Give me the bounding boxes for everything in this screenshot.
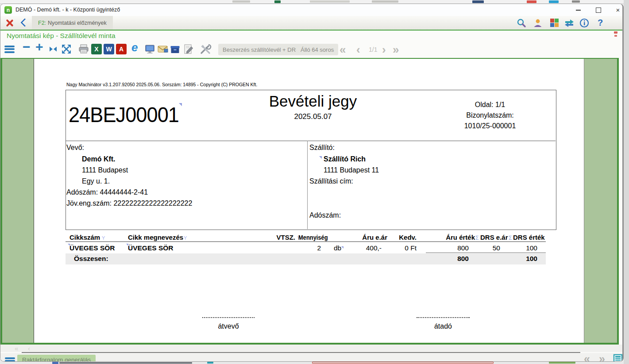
row-value: 800	[437, 244, 469, 252]
row-name[interactable]: ÜVEGES SÖR	[128, 244, 174, 252]
supplier-tax-label: Adószám:	[309, 211, 341, 219]
buyer-excise-number: Jöv.eng.szám: 22222222222222222222	[66, 199, 192, 207]
col-header-value[interactable]: Áru érték	[440, 234, 475, 241]
document-page: Nagy Machinátor v3.1.207.92050 2025.05.0…	[34, 59, 584, 343]
doc-title: Bevételi jegy	[198, 92, 428, 110]
bottom-menu-button[interactable]	[5, 354, 15, 362]
background-window-fragment	[572, 0, 580, 3]
export-word-button[interactable]: W	[104, 42, 114, 56]
edit-page-icon	[183, 44, 194, 54]
col-header-discount[interactable]: Kedv.	[394, 234, 417, 241]
supplier-name[interactable]: Szállító Rich	[324, 155, 366, 163]
zoom-out-button[interactable]: −	[23, 40, 31, 54]
internet-explorer-icon: e	[131, 41, 138, 54]
field-marker-icon	[319, 156, 322, 159]
title-bar[interactable]: n DEMÓ - Demó kft. - k - Központi ügyint…	[0, 4, 622, 16]
document-list-icon	[613, 354, 623, 362]
minus-icon: −	[23, 39, 31, 54]
edit-button[interactable]	[183, 42, 194, 56]
sum-icon[interactable]: Σ	[475, 235, 479, 241]
bottom-prev-button[interactable]: «	[584, 353, 590, 362]
col-header-drs-value[interactable]: DRS érték	[513, 234, 542, 241]
document-list-button[interactable]	[613, 354, 623, 362]
preview-toolbar: − + X W A e	[0, 41, 622, 58]
menu-icon	[4, 44, 15, 54]
buyer-tax-number: Adószám: 44444444-2-41	[66, 188, 148, 196]
supplier-zip-city: 1111 Budapest 11	[324, 166, 379, 174]
user-button[interactable]	[531, 17, 544, 28]
next-page-button[interactable]: ›	[382, 43, 386, 57]
help-button[interactable]: ?	[594, 17, 607, 28]
filter-icon[interactable]: Y	[102, 235, 105, 241]
help-icon: ?	[598, 18, 603, 28]
modules-grid-icon	[550, 18, 559, 27]
archive-button[interactable]	[170, 42, 181, 56]
print-button[interactable]	[78, 42, 89, 56]
bottom-bar: Raktárforgalom generálás « »	[0, 353, 622, 362]
pdf-icon: A	[116, 44, 127, 54]
modules-button[interactable]	[548, 17, 561, 28]
doc-receipt-no-label: Bizonylatszám:	[428, 111, 552, 119]
doc-date: 2025.05.07	[198, 112, 428, 121]
email-button[interactable]	[157, 42, 169, 56]
preview-substrip: « ‹	[0, 345, 622, 352]
buyer-label: Vevő:	[66, 144, 84, 152]
doc-number[interactable]: 24BEJ00001	[69, 102, 179, 127]
filter-icon[interactable]: Y	[184, 235, 187, 241]
col-header-vtsz[interactable]: VTSZ.	[264, 234, 295, 241]
layout-button[interactable]: Álló 64 soros	[296, 44, 338, 55]
divider	[0, 30, 622, 31]
field-marker-icon	[179, 103, 182, 106]
app-logo-icon: n	[4, 6, 12, 14]
background-window-fragment	[59, 362, 192, 364]
col-header-sku[interactable]: Cikkszám	[69, 234, 100, 241]
monitor-icon	[144, 44, 155, 54]
f2-history-tab[interactable]: F2: Nyomtatási előzmények	[32, 16, 113, 30]
col-header-unit-price[interactable]: Áru e.ár	[355, 234, 387, 241]
info-button[interactable]	[578, 17, 591, 28]
browser-preview-button[interactable]: e	[131, 41, 138, 54]
export-excel-button[interactable]: X	[91, 42, 102, 56]
back-icon[interactable]	[20, 18, 29, 27]
desktop-strip	[624, 0, 629, 364]
fit-width-button[interactable]	[48, 42, 58, 56]
f2-tab-label: Nyomtatási előzmények	[48, 20, 107, 26]
fit-page-button[interactable]	[62, 42, 71, 56]
transfer-button[interactable]	[563, 17, 576, 28]
print-preview-panel[interactable]: Nagy Machinátor v3.1.207.92050 2025.05.0…	[0, 58, 619, 345]
signature-line-giver	[417, 317, 470, 318]
generate-warehouse-button[interactable]: Raktárforgalom generálás	[17, 355, 96, 362]
disabled-first-icon: «	[15, 345, 18, 352]
background-window-fragment	[232, 0, 250, 3]
zoom-in-button[interactable]: +	[35, 40, 43, 54]
total-label: Összesen:	[74, 255, 108, 263]
document-type-button[interactable]: Beszerzés szállítólevél + DRS	[218, 44, 304, 55]
background-window-fragment	[52, 362, 58, 364]
col-header-drs-unit[interactable]: DRS e.ár	[480, 234, 506, 241]
sum-icon[interactable]: Σ	[509, 235, 512, 241]
display-button[interactable]	[144, 42, 155, 56]
settings-button[interactable]	[199, 42, 212, 56]
f2-key-label: F2:	[38, 20, 46, 26]
doc-header-divider	[66, 141, 556, 141]
col-header-name[interactable]: Cikk megnevezés	[128, 234, 183, 241]
printer-icon	[78, 44, 89, 54]
col-header-qty[interactable]: Mennyiség	[298, 234, 328, 241]
background-window-fragment	[207, 362, 213, 364]
word-icon: W	[104, 44, 114, 54]
doc-receipt-no: 1010/25-000001	[428, 122, 552, 130]
bottom-next-button[interactable]: »	[599, 353, 605, 362]
first-page-button[interactable]: «	[340, 43, 346, 57]
close-button[interactable]: ×	[610, 5, 624, 15]
search-button[interactable]	[515, 17, 528, 28]
prev-page-button[interactable]: ‹	[356, 43, 360, 57]
last-page-button[interactable]: »	[393, 43, 399, 57]
minimize-button[interactable]	[571, 5, 586, 15]
close-view-button[interactable]	[5, 19, 14, 27]
total-drs-value: 100	[514, 255, 537, 263]
row-unit-price: 400,-	[348, 244, 382, 252]
row-sku[interactable]: ÜVEGES SÖR	[69, 244, 115, 252]
maximize-button[interactable]	[591, 5, 606, 15]
export-pdf-button[interactable]: A	[116, 42, 127, 56]
menu-button[interactable]	[4, 42, 15, 56]
